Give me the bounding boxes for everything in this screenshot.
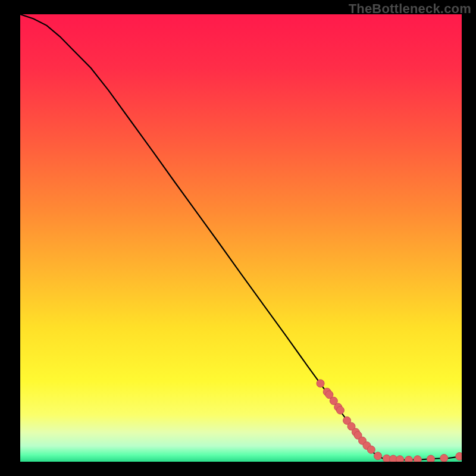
- data-point: [405, 456, 412, 462]
- data-point: [414, 456, 421, 462]
- plot-area: [20, 14, 462, 462]
- data-point: [367, 446, 375, 453]
- gradient-background: [20, 14, 462, 462]
- data-point: [440, 454, 448, 462]
- data-point: [427, 455, 435, 462]
- data-point: [317, 380, 324, 387]
- chart-frame: TheBottleneck.com: [0, 0, 476, 476]
- data-point: [456, 452, 462, 460]
- data-point: [336, 406, 344, 414]
- data-point: [396, 456, 404, 462]
- watermark-text: TheBottleneck.com: [349, 1, 471, 17]
- chart-svg: [20, 14, 462, 462]
- data-point: [374, 452, 382, 460]
